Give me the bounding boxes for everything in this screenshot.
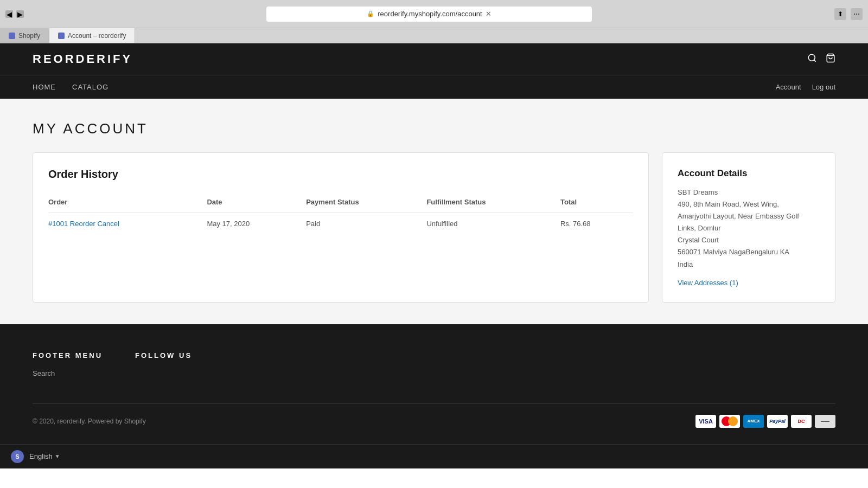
- svg-line-1: [814, 60, 815, 61]
- search-icon: [807, 53, 817, 63]
- col-payment: Payment Status: [306, 194, 426, 213]
- address-bar[interactable]: 🔒 reorderify.myshopify.com/account ✕: [266, 7, 592, 22]
- order-table: Order Date Payment Status Fulfillment St…: [48, 194, 633, 234]
- diners-icon: DC: [791, 415, 812, 428]
- footer-grid: FOOTER MENU Search FOLLOW US: [33, 351, 835, 382]
- nav-right: Account Log out: [776, 83, 835, 91]
- url-text: reorderify.myshopify.com/account: [378, 10, 482, 18]
- order-table-head: Order Date Payment Status Fulfillment St…: [48, 194, 633, 213]
- payment-status-cell: Paid: [306, 213, 426, 235]
- order-number-link[interactable]: #1001: [48, 220, 68, 228]
- visa-icon: VISA: [695, 415, 716, 428]
- footer-copyright: © 2020, reorderify. Powered by Shopify: [33, 418, 146, 425]
- site-logo[interactable]: REORDERIFY: [33, 52, 132, 66]
- cart-icon-btn[interactable]: [826, 53, 835, 66]
- browser-tabs: Shopify Account – reorderify: [0, 28, 868, 43]
- col-total: Total: [560, 194, 633, 213]
- page-title: MY ACCOUNT: [33, 120, 835, 137]
- order-history-title: Order History: [48, 168, 633, 181]
- site-header: REORDERIFY HOME CATALOG Account Log out: [0, 43, 868, 99]
- amex-icon: AMEX: [743, 415, 764, 428]
- col-order: Order: [48, 194, 207, 213]
- header-icons: [807, 53, 835, 66]
- total-cell: Rs. 76.68: [560, 213, 633, 235]
- browser-forward-btn[interactable]: ▶: [16, 10, 24, 18]
- language-label: English: [29, 452, 53, 460]
- footer-menu-col: FOOTER MENU Search: [33, 351, 103, 382]
- browser-tab-shopify[interactable]: Shopify: [0, 28, 49, 43]
- nav-account[interactable]: Account: [776, 83, 801, 91]
- site-footer: FOOTER MENU Search FOLLOW US © 2020, reo…: [0, 324, 868, 444]
- account-address: SBT Dreams 490, 8th Main Road, West Wing…: [678, 187, 820, 271]
- generic-payment-icon: —: [815, 415, 835, 428]
- shopify-favicon: [9, 33, 15, 39]
- address-line3: Links, Domlur: [678, 222, 820, 234]
- address-line6: India: [678, 259, 820, 271]
- address-name: SBT Dreams: [678, 187, 820, 198]
- order-history-card: Order History Order Date Payment Status …: [33, 152, 649, 303]
- nav-logout[interactable]: Log out: [812, 83, 835, 91]
- nav-left: HOME CATALOG: [33, 75, 108, 99]
- payment-icons: VISA AMEX PayPal DC —: [695, 415, 835, 428]
- address-line5: 560071 Malviya NagaBengaluru KA: [678, 246, 820, 258]
- language-chevron-icon: ▼: [55, 453, 60, 459]
- search-icon-btn[interactable]: [807, 53, 817, 66]
- footer-search-link[interactable]: Search: [33, 369, 103, 377]
- address-line4: Crystal Court: [678, 234, 820, 246]
- header-top: REORDERIFY: [0, 43, 868, 75]
- tab2-label: Account – reorderify: [68, 32, 126, 40]
- footer-follow-col: FOLLOW US: [135, 351, 192, 382]
- site-nav: HOME CATALOG Account Log out: [0, 75, 868, 99]
- account-details-card: Account Details SBT Dreams 490, 8th Main…: [662, 152, 835, 303]
- bottom-bar: S English ▼: [0, 444, 868, 468]
- col-fulfillment: Fulfillment Status: [426, 194, 560, 213]
- cancel-link[interactable]: Cancel: [97, 220, 119, 228]
- fulfillment-status-cell: Unfulfilled: [426, 213, 560, 235]
- account-details-title: Account Details: [678, 168, 820, 179]
- account-grid: Order History Order Date Payment Status …: [33, 152, 835, 303]
- mastercard-icon: [719, 415, 740, 428]
- nav-home[interactable]: HOME: [33, 75, 56, 99]
- col-date: Date: [207, 194, 306, 213]
- nav-catalog[interactable]: CATALOG: [72, 75, 108, 99]
- footer-follow-title: FOLLOW US: [135, 351, 192, 359]
- language-selector[interactable]: English ▼: [29, 452, 60, 460]
- order-date-cell: May 17, 2020: [207, 213, 306, 235]
- address-line1: 490, 8th Main Road, West Wing,: [678, 198, 820, 210]
- order-number-cell: #1001 Reorder Cancel: [48, 213, 207, 235]
- browser-back-btn[interactable]: ◀: [5, 10, 13, 18]
- table-row: #1001 Reorder Cancel May 17, 2020 Paid U…: [48, 213, 633, 235]
- browser-menu-btn[interactable]: ⋯: [851, 8, 863, 20]
- svg-point-0: [808, 54, 815, 61]
- tab1-label: Shopify: [18, 32, 40, 40]
- reorder-link[interactable]: Reorder: [70, 220, 95, 228]
- view-addresses-link[interactable]: View Addresses (1): [678, 279, 738, 287]
- footer-menu-title: FOOTER MENU: [33, 351, 103, 359]
- browser-tab-account[interactable]: Account – reorderify: [49, 28, 135, 43]
- shopify-logo: S: [11, 450, 24, 463]
- order-table-body: #1001 Reorder Cancel May 17, 2020 Paid U…: [48, 213, 633, 235]
- refresh-icon[interactable]: ✕: [486, 10, 492, 18]
- account-favicon: [58, 33, 65, 39]
- paypal-icon: PayPal: [767, 415, 788, 428]
- lock-icon: 🔒: [367, 10, 374, 17]
- address-line2: Amarjyothi Layout, Near Embassy Golf: [678, 210, 820, 222]
- main-content: MY ACCOUNT Order History Order Date Paym…: [0, 99, 868, 324]
- footer-bottom: © 2020, reorderify. Powered by Shopify V…: [33, 403, 835, 428]
- cart-icon: [826, 53, 835, 63]
- browser-share-btn[interactable]: ⬆: [834, 8, 846, 20]
